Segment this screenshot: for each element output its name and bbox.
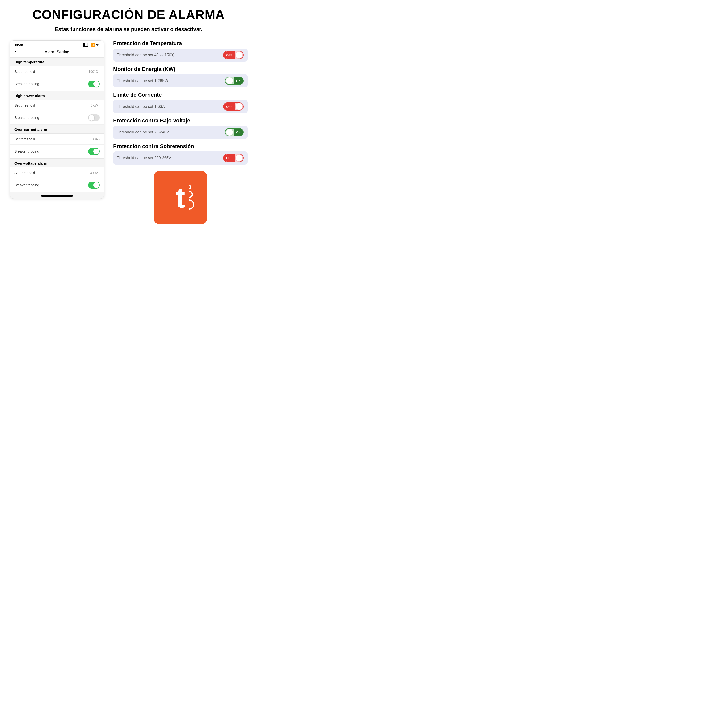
nav-bar: ‹ Alarm Setting — [10, 48, 104, 57]
panel-toggle-knob-overvoltage — [236, 154, 242, 161]
page-title: CONFIGURACIÓN DE ALARMA — [10, 7, 248, 22]
wifi-arc-medium — [184, 189, 194, 199]
feature-card-current: Threshold can be set 1-63A OFF — [113, 100, 248, 113]
value-set-threshold-temp: 100°C › — [89, 70, 100, 73]
panel-toggle-label-temperature: OFF — [224, 52, 235, 59]
status-bar: 10:38 ▊▁▏ 📶 91 — [10, 41, 104, 48]
label-set-threshold-power: Set threshold — [14, 103, 35, 107]
logo-letter: t — [176, 183, 185, 212]
panel-toggle-current[interactable]: OFF — [223, 102, 244, 111]
feature-title-temperature: Protección de Temperatura — [113, 40, 248, 47]
card-text-low-voltage: Threshold can be set 76-240V — [117, 130, 169, 135]
home-indicator — [41, 195, 73, 197]
setting-row-breaker-tripping-temp: Breaker tripping — [10, 77, 104, 91]
feature-current: Límite de Corriente Threshold can be set… — [113, 92, 248, 113]
toggle-breaker-tripping-current[interactable] — [88, 148, 100, 155]
setting-row-breaker-tripping-power: Breaker tripping — [10, 111, 104, 125]
panel-toggle-label-current: OFF — [224, 103, 235, 110]
section-header-high-power: High power alarm — [10, 91, 104, 100]
setting-row-set-threshold-power[interactable]: Set threshold 0KW › — [10, 100, 104, 111]
value-set-threshold-current: 80A › — [92, 137, 100, 141]
battery-pct: 91 — [96, 43, 100, 47]
feature-title-energy: Monitor de Energía (KW) — [113, 66, 248, 72]
setting-row-set-threshold-voltage[interactable]: Set threshold 300V › — [10, 167, 104, 178]
phone-mockup: 10:38 ▊▁▏ 📶 91 ‹ Alarm Setting High temp… — [10, 40, 104, 199]
card-text-temperature: Threshold can be set 40 ～ 150℃ — [117, 53, 175, 58]
right-panel: Protección de Temperatura Threshold can … — [113, 40, 248, 224]
panel-toggle-label-overvoltage: OFF — [224, 154, 235, 162]
logo-box: t — [154, 171, 207, 224]
panel-toggle-knob-low-voltage — [226, 129, 233, 136]
settings-list: High temperature Set threshold 100°C › B… — [10, 57, 104, 192]
feature-title-overvoltage: Protección contra Sobretensión — [113, 143, 248, 150]
setting-row-breaker-tripping-current: Breaker tripping — [10, 145, 104, 159]
panel-toggle-knob-temperature — [236, 52, 242, 58]
value-set-threshold-power: 0KW › — [90, 103, 100, 107]
section-header-over-voltage: Over-voltage alarm — [10, 159, 104, 167]
panel-toggle-temperature[interactable]: OFF — [223, 51, 244, 59]
label-set-threshold-voltage: Set threshold — [14, 171, 35, 175]
wifi-arc-small — [186, 184, 192, 190]
label-set-threshold-temp: Set threshold — [14, 70, 35, 73]
status-icons: ▊▁▏ 📶 91 — [83, 43, 100, 47]
panel-toggle-label-energy: ON — [234, 77, 243, 84]
wifi-icon: 📶 — [91, 43, 95, 47]
toggle-breaker-tripping-voltage[interactable] — [88, 182, 100, 188]
feature-overvoltage: Protección contra Sobretensión Threshold… — [113, 143, 248, 165]
label-breaker-tripping-power: Breaker tripping — [14, 116, 39, 119]
section-header-high-temperature: High temperature — [10, 57, 104, 66]
setting-row-breaker-tripping-voltage: Breaker tripping — [10, 178, 104, 192]
feature-card-overvoltage: Threshold can be set 220-265V OFF — [113, 151, 248, 165]
card-text-overvoltage: Threshold can be set 220-265V — [117, 156, 171, 160]
signal-icon: ▊▁▏ — [83, 43, 90, 47]
feature-card-low-voltage: Threshold can be set 76-240V ON — [113, 126, 248, 139]
feature-low-voltage: Protección contra Bajo Voltaje Threshold… — [113, 118, 248, 139]
feature-energy: Monitor de Energía (KW) Threshold can be… — [113, 66, 248, 87]
toggle-breaker-tripping-power[interactable] — [88, 114, 100, 121]
setting-row-set-threshold-current[interactable]: Set threshold 80A › — [10, 134, 104, 145]
panel-toggle-label-low-voltage: ON — [234, 128, 243, 136]
status-time: 10:38 — [14, 43, 23, 47]
nav-title: Alarm Setting — [44, 50, 69, 55]
panel-toggle-knob-energy — [226, 77, 233, 84]
page-subtitle: Estas funciones de alarma se pueden acti… — [10, 26, 248, 32]
logo-area: t — [113, 171, 248, 224]
label-breaker-tripping-current: Breaker tripping — [14, 150, 39, 153]
feature-card-temperature: Threshold can be set 40 ～ 150℃ OFF — [113, 49, 248, 62]
feature-temperature: Protección de Temperatura Threshold can … — [113, 40, 248, 62]
toggle-breaker-tripping-temp[interactable] — [88, 81, 100, 87]
label-breaker-tripping-voltage: Breaker tripping — [14, 183, 39, 187]
panel-toggle-energy[interactable]: ON — [225, 77, 244, 85]
card-text-current: Threshold can be set 1-63A — [117, 104, 165, 109]
card-text-energy: Threshold can be set 1-26KW — [117, 79, 168, 83]
panel-toggle-overvoltage[interactable]: OFF — [223, 154, 244, 162]
panel-toggle-knob-current — [236, 103, 242, 110]
label-breaker-tripping-temp: Breaker tripping — [14, 82, 39, 86]
label-set-threshold-current: Set threshold — [14, 137, 35, 141]
feature-card-energy: Threshold can be set 1-26KW ON — [113, 74, 248, 87]
feature-title-current: Límite de Corriente — [113, 92, 248, 98]
value-set-threshold-voltage: 300V › — [90, 171, 100, 175]
panel-toggle-low-voltage[interactable]: ON — [225, 128, 244, 136]
section-header-over-current: Over-current alarm — [10, 125, 104, 134]
setting-row-set-threshold-temp[interactable]: Set threshold 100°C › — [10, 66, 104, 77]
feature-title-low-voltage: Protección contra Bajo Voltaje — [113, 118, 248, 124]
back-button[interactable]: ‹ — [14, 49, 16, 55]
